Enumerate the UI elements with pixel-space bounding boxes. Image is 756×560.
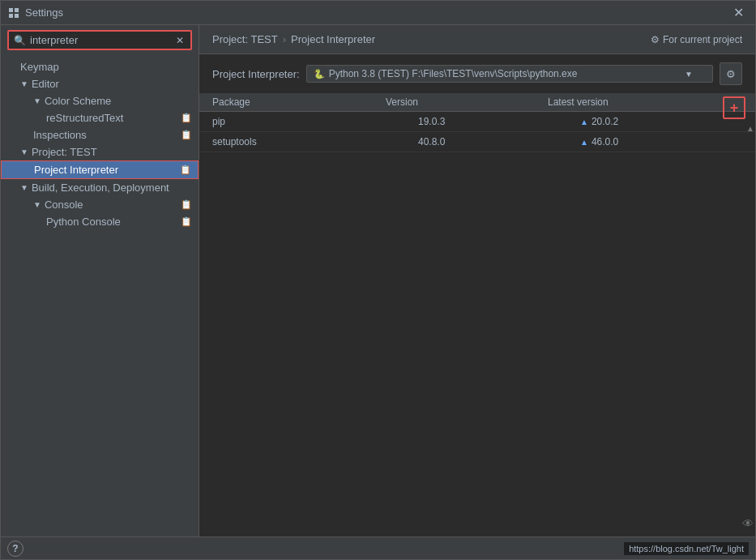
sidebar-item-label: reStructuredText [46, 112, 123, 124]
gear-icon: ⚙ [726, 68, 736, 80]
sidebar-item-build-exec[interactable]: ▼ Build, Execution, Deployment [1, 179, 199, 196]
package-version: 19.0.3 [418, 116, 580, 127]
sidebar: 🔍 ✕ Keymap ▼ Editor ▼ Color Scheme [1, 25, 199, 536]
sidebar-item-editor[interactable]: ▼ Editor [1, 75, 199, 92]
table-body: pip 19.0.3 ▲ 20.0.2 setuptools 40.8.0 [199, 112, 755, 152]
table-row[interactable]: pip 19.0.3 ▲ 20.0.2 [199, 112, 755, 132]
sidebar-item-label: Console [45, 199, 83, 211]
package-version: 40.8.0 [418, 136, 580, 147]
page-icon: 📋 [181, 130, 192, 140]
close-button[interactable]: ✕ [728, 3, 749, 22]
window-icon [7, 6, 20, 19]
sidebar-item-label: Build, Execution, Deployment [32, 182, 169, 194]
interpreter-select[interactable]: 🐍 Python 3.8 (TEST) F:\Files\TEST\venv\S… [306, 65, 713, 83]
search-clear-icon[interactable]: ✕ [174, 35, 186, 46]
expand-arrow-icon: ▼ [20, 183, 28, 192]
python-icon: 🐍 [314, 69, 325, 79]
package-latest: ▲ 46.0.0 [580, 136, 742, 147]
page-icon: 📋 [181, 216, 192, 227]
dropdown-arrow-icon: ▼ [685, 70, 693, 79]
help-button[interactable]: ? [7, 541, 23, 557]
help-icon: ? [12, 543, 18, 554]
col-header-latest: Latest version [548, 96, 710, 108]
main-content: 🔍 ✕ Keymap ▼ Editor ▼ Color Scheme [1, 25, 755, 536]
search-input[interactable] [30, 34, 174, 46]
bottom-bar: ? https://blog.csdn.net/Tw_light [1, 536, 755, 559]
package-latest: ▲ 20.0.2 [580, 116, 742, 127]
sidebar-item-restructuredtext[interactable]: reStructuredText 📋 [1, 109, 199, 126]
sidebar-item-python-console[interactable]: Python Console 📋 [1, 213, 199, 230]
packages-area: + Package Version Latest version pip [199, 93, 755, 536]
right-panel: Project: TEST › Project Interpreter ⚙ Fo… [199, 25, 755, 536]
sidebar-item-label: Project Interpreter [34, 164, 118, 176]
svg-rect-0 [9, 8, 13, 12]
sidebar-item-label: Keymap [20, 61, 59, 73]
watermark: https://blog.csdn.net/Tw_light [624, 542, 749, 555]
expand-arrow-icon: ▼ [20, 147, 28, 156]
eye-icon[interactable]: 👁 [742, 517, 754, 530]
table-row[interactable]: setuptools 40.8.0 ▲ 46.0.0 [199, 132, 755, 152]
svg-rect-3 [15, 14, 19, 18]
sidebar-item-label: Project: TEST [32, 146, 97, 158]
for-current-label: For current project [663, 34, 742, 45]
breadcrumb-current: Project Interpreter [291, 33, 375, 45]
window-title: Settings [25, 6, 728, 19]
search-box[interactable]: 🔍 ✕ [7, 30, 192, 50]
col-header-version: Version [386, 96, 548, 108]
sidebar-item-keymap[interactable]: Keymap [1, 58, 199, 75]
sidebar-item-label: Inspections [33, 129, 87, 141]
page-icon: 📋 [180, 165, 191, 175]
settings-mini-icon: ⚙ [651, 34, 660, 45]
page-icon: 📋 [181, 199, 192, 210]
search-icon: 🔍 [14, 35, 26, 46]
titlebar: Settings ✕ [1, 1, 755, 25]
add-package-button[interactable]: + [723, 96, 745, 119]
upgrade-arrow-icon: ▲ [580, 138, 588, 147]
sidebar-item-color-scheme[interactable]: ▼ Color Scheme [1, 92, 199, 109]
interpreter-gear-button[interactable]: ⚙ [720, 62, 742, 85]
interpreter-path: Python 3.8 (TEST) F:\Files\TEST\venv\Scr… [329, 68, 681, 79]
sidebar-item-label: Editor [32, 78, 59, 90]
upgrade-arrow-icon: ▲ [580, 118, 588, 126]
sidebar-item-label: Python Console [46, 216, 121, 228]
breadcrumb-separator: › [283, 33, 286, 45]
sidebar-item-project-interpreter[interactable]: Project Interpreter 📋 [1, 160, 199, 179]
breadcrumb-project: Project: TEST [212, 33, 278, 45]
scroll-up-icon[interactable]: ▲ [746, 124, 754, 133]
sidebar-item-label: Color Scheme [45, 95, 111, 107]
breadcrumb: Project: TEST › Project Interpreter ⚙ Fo… [199, 25, 755, 54]
plus-icon: + [730, 100, 739, 117]
svg-rect-1 [15, 8, 19, 12]
sidebar-list: Keymap ▼ Editor ▼ Color Scheme reStructu… [1, 55, 199, 536]
col-header-package: Package [212, 96, 386, 108]
expand-arrow-icon: ▼ [33, 200, 41, 209]
scrollbar[interactable]: ▲ [745, 122, 755, 536]
sidebar-item-inspections[interactable]: Inspections 📋 [1, 126, 199, 143]
package-name: pip [212, 116, 418, 127]
expand-arrow-icon: ▼ [20, 79, 28, 88]
packages-table: Package Version Latest version pip 19.0.… [199, 93, 755, 536]
interpreter-row: Project Interpreter: 🐍 Python 3.8 (TEST)… [199, 54, 755, 93]
page-icon: 📋 [181, 113, 192, 123]
sidebar-item-console[interactable]: ▼ Console 📋 [1, 196, 199, 213]
expand-arrow-icon: ▼ [33, 96, 41, 105]
sidebar-item-project-test[interactable]: ▼ Project: TEST [1, 143, 199, 160]
interpreter-label: Project Interpreter: [212, 68, 300, 80]
package-name: setuptools [212, 136, 418, 147]
settings-window: Settings ✕ 🔍 ✕ Keymap ▼ Editor [0, 0, 756, 560]
svg-rect-2 [9, 14, 13, 18]
for-current-project[interactable]: ⚙ For current project [651, 34, 742, 45]
table-header: Package Version Latest version [199, 93, 755, 112]
